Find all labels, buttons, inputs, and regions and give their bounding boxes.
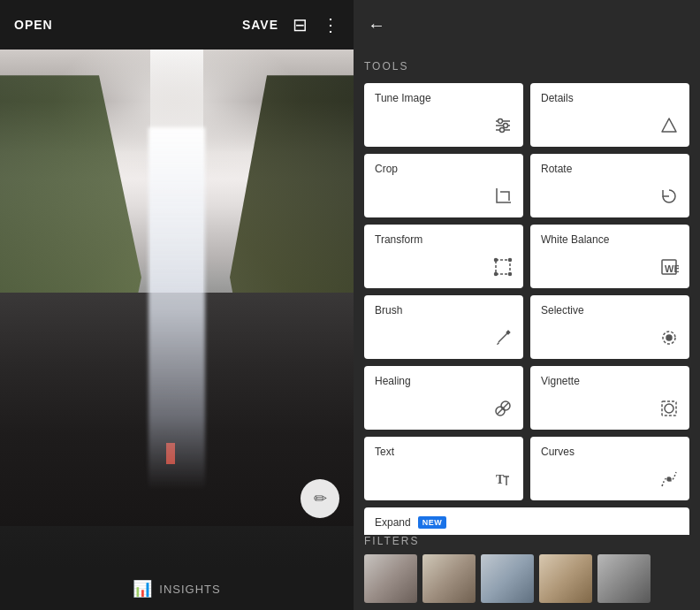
transform-label: Transform bbox=[375, 233, 513, 246]
crop-label: Crop bbox=[375, 163, 513, 175]
tool-white-balance[interactable]: White Balance WB bbox=[530, 225, 689, 288]
tune-image-label: Tune Image bbox=[375, 92, 513, 104]
svg-text:WB: WB bbox=[665, 263, 679, 274]
waterfall-image bbox=[0, 50, 354, 568]
text-label: Text bbox=[375, 446, 513, 458]
insights-icon: 📊 bbox=[133, 579, 152, 599]
right-header: ← bbox=[354, 0, 700, 50]
insights-label: INSIGHTS bbox=[159, 583, 220, 596]
filter-thumb-5[interactable] bbox=[597, 554, 651, 603]
svg-point-3 bbox=[498, 119, 503, 124]
svg-point-22 bbox=[665, 404, 673, 413]
tool-expand[interactable]: Expand NEW bbox=[364, 507, 689, 535]
tool-crop[interactable]: Crop bbox=[364, 154, 523, 217]
expand-name-row: Expand NEW bbox=[375, 516, 679, 529]
curves-label: Curves bbox=[541, 446, 679, 458]
stack-icon[interactable]: ⊟ bbox=[293, 14, 308, 35]
filter-thumb-3[interactable] bbox=[481, 554, 534, 603]
save-button[interactable]: SAVE bbox=[242, 18, 278, 32]
svg-point-17 bbox=[666, 335, 672, 340]
photo-container: ✏ bbox=[0, 50, 354, 568]
vignette-icon bbox=[659, 399, 679, 423]
tool-selective[interactable]: Selective bbox=[530, 295, 689, 359]
new-badge: NEW bbox=[418, 516, 447, 529]
tool-curves[interactable]: Curves bbox=[530, 437, 689, 500]
left-panel: OPEN SAVE ⊟ ⋮ ✏ 📊 INSIGHTS bbox=[0, 0, 354, 610]
tool-rotate[interactable]: Rotate bbox=[530, 154, 689, 217]
back-arrow-icon[interactable]: ← bbox=[368, 15, 385, 35]
svg-rect-7 bbox=[496, 260, 510, 274]
tool-transform[interactable]: Transform bbox=[364, 225, 523, 288]
tool-text[interactable]: Text T bbox=[364, 437, 523, 500]
rotate-icon bbox=[659, 187, 679, 210]
selective-icon bbox=[659, 328, 679, 352]
tools-section-title: TOOLS bbox=[364, 60, 689, 72]
tool-details[interactable]: Details bbox=[530, 83, 689, 147]
expand-label: Expand bbox=[375, 516, 411, 529]
tool-vignette[interactable]: Vignette bbox=[530, 366, 689, 430]
filters-title: FILTERS bbox=[364, 535, 689, 547]
svg-line-14 bbox=[498, 332, 508, 342]
curves-icon bbox=[659, 469, 679, 493]
healing-label: Healing bbox=[375, 375, 513, 387]
brush-label: Brush bbox=[375, 304, 513, 316]
person-silhouette bbox=[166, 443, 175, 464]
tool-tune-image[interactable]: Tune Image bbox=[364, 83, 523, 147]
details-icon bbox=[659, 116, 679, 140]
left-footer[interactable]: 📊 INSIGHTS bbox=[0, 568, 354, 610]
filters-section: FILTERS bbox=[354, 535, 700, 610]
svg-point-4 bbox=[504, 124, 508, 128]
transform-icon bbox=[493, 257, 513, 281]
white-balance-label: White Balance bbox=[541, 233, 679, 246]
white-balance-icon: WB bbox=[659, 257, 679, 281]
tool-healing[interactable]: Healing bbox=[364, 366, 523, 430]
selective-label: Selective bbox=[541, 304, 679, 316]
svg-marker-6 bbox=[662, 118, 676, 132]
edit-button[interactable]: ✏ bbox=[301, 479, 339, 518]
svg-point-9 bbox=[509, 259, 512, 262]
vignette-label: Vignette bbox=[541, 375, 679, 387]
svg-point-8 bbox=[495, 259, 498, 262]
crop-icon bbox=[493, 187, 513, 210]
svg-point-10 bbox=[495, 273, 498, 276]
healing-icon bbox=[493, 399, 513, 423]
ground bbox=[0, 293, 354, 526]
right-panel: ← TOOLS Tune Image bbox=[354, 0, 700, 610]
svg-point-11 bbox=[509, 273, 512, 276]
svg-point-5 bbox=[500, 128, 505, 133]
svg-line-20 bbox=[498, 403, 508, 414]
details-label: Details bbox=[541, 92, 679, 104]
tool-brush[interactable]: Brush bbox=[364, 295, 523, 359]
svg-point-26 bbox=[667, 477, 671, 481]
filter-thumb-4[interactable] bbox=[539, 554, 592, 603]
open-button[interactable]: OPEN bbox=[14, 18, 53, 32]
left-header: OPEN SAVE ⊟ ⋮ bbox=[0, 0, 354, 50]
tools-section: TOOLS Tune Image Detail bbox=[354, 50, 700, 535]
tools-grid: Tune Image Details bbox=[364, 83, 689, 535]
more-options-icon[interactable]: ⋮ bbox=[322, 14, 339, 35]
brush-icon bbox=[493, 328, 513, 352]
filters-row bbox=[364, 554, 689, 603]
rotate-label: Rotate bbox=[541, 163, 679, 175]
header-icons: SAVE ⊟ ⋮ bbox=[242, 14, 339, 35]
filter-thumb-1[interactable] bbox=[364, 554, 417, 603]
svg-text:T: T bbox=[496, 473, 505, 486]
text-icon: T bbox=[493, 469, 513, 493]
tune-image-icon bbox=[493, 116, 513, 140]
filter-thumb-2[interactable] bbox=[422, 554, 476, 603]
